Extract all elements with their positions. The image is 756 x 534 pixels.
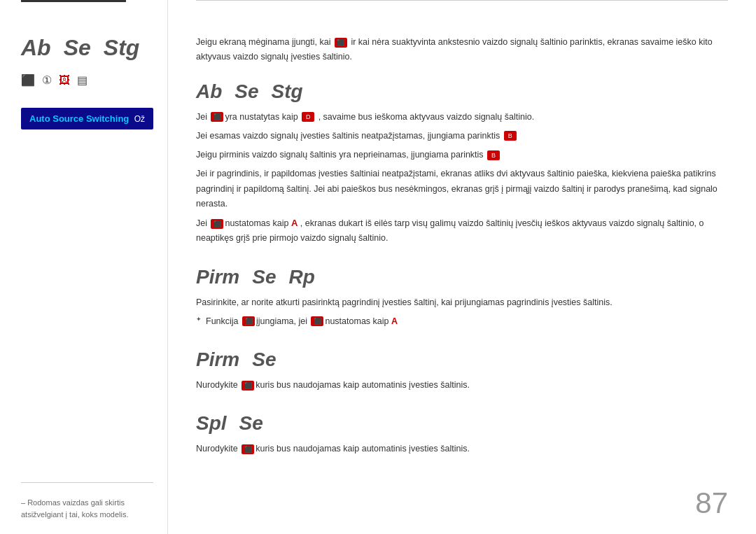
section-3-text: Nurodykite ⬛kuris bus naudojamas kaip au… xyxy=(196,378,728,393)
content-top-line xyxy=(196,0,728,1)
section-1-letter-1: Ab xyxy=(196,80,222,103)
sidebar-icon-4: ▤ xyxy=(77,73,88,87)
page-container: Ab Se Stg ⬛ ① 🖼 ▤ Auto Source Switching … xyxy=(0,0,756,534)
section-1-letter-3: Stg xyxy=(272,80,303,103)
section-1-line-2: Jei esamas vaizdo signalų įvesties šalti… xyxy=(196,129,728,143)
sidebar-note-text: – Rodomas vaizdas gali skirtis atsižvelg… xyxy=(21,497,153,520)
section-1-line-1: Jei ⬛yra nustatytas kaip D , savaime bus… xyxy=(196,110,728,125)
section-block-3: Pirm Se Nurodykite ⬛kuris bus naudojamas… xyxy=(196,349,728,393)
section-1-line-3: Jeigu pirminis vaizdo signalų šaltinis y… xyxy=(196,148,728,162)
sidebar-menu-item-value: Ož xyxy=(134,114,145,124)
intro-text-part1: Jeigu ekraną mėginama įjungti, kai xyxy=(196,37,333,47)
intro-paragraph: Jeigu ekraną mėginama įjungti, kai ⬛ ir … xyxy=(196,35,728,65)
sidebar-menu-item-auto-source[interactable]: Auto Source Switching Ož xyxy=(21,108,153,129)
section-2-text: Pasirinkite, ar norite atkurti pasirinkt… xyxy=(196,295,728,310)
section-1-line-5: Jei ⬛nustatomas kaip A , ekranas dukart … xyxy=(196,216,728,246)
section-3-heading: Pirm Se xyxy=(196,349,728,371)
inline-icon-3: D xyxy=(302,112,314,122)
inline-icon-6: ⬛ xyxy=(211,219,223,229)
inline-icon-7: ⬛ xyxy=(242,316,255,326)
section-4-letter-1: Spl xyxy=(196,412,227,435)
sidebar-menu: Auto Source Switching Ož xyxy=(21,108,153,129)
section-4-letter-2: Se xyxy=(239,412,263,435)
sidebar-menu-item-label: Auto Source Switching xyxy=(29,113,129,124)
sidebar-letter-1: Ab xyxy=(21,35,51,61)
section-2-bullet: Funkcija ⬛įjungiama, jei ⬛nustatomas kai… xyxy=(196,314,728,329)
sidebar-letter-3: Stg xyxy=(104,35,140,61)
section-block-4: Spl Se Nurodykite ⬛kuris bus naudojamas … xyxy=(196,412,728,456)
section-2-letter-1: Pirm xyxy=(196,266,239,288)
inline-icon-2: ⬛ xyxy=(211,112,223,122)
inline-icon-4: B xyxy=(504,131,517,141)
section-1-letter-2: Se xyxy=(234,80,258,103)
sidebar-heading-group: Ab Se Stg xyxy=(21,35,153,61)
section-3-letter-1: Pirm xyxy=(196,349,239,371)
sidebar-top-line xyxy=(21,0,126,2)
section-2-letter-3: Rp xyxy=(289,266,315,288)
inline-icon-1: ⬛ xyxy=(335,38,347,48)
section-2-heading: Pirm Se Rp xyxy=(196,266,728,288)
inline-icon-10: ⬛ xyxy=(241,444,254,454)
sidebar-bottom-note: – Rodomas vaizdas gali skirtis atsižvelg… xyxy=(21,482,153,520)
page-number: 87 xyxy=(695,486,728,520)
section-3-letter-2: Se xyxy=(252,349,276,371)
section-block-1: Ab Se Stg Jei ⬛yra nustatytas kaip D , s… xyxy=(196,80,728,246)
content-area: Jeigu ekraną mėginama įjungti, kai ⬛ ir … xyxy=(168,0,756,534)
sidebar-icons-row: ⬛ ① 🖼 ▤ xyxy=(21,73,153,87)
sidebar-icon-2: ① xyxy=(42,73,52,87)
sidebar-icon-3: 🖼 xyxy=(59,74,70,87)
section-2-letter-2: Se xyxy=(252,266,276,288)
section-4-heading: Spl Se xyxy=(196,412,728,435)
inline-icon-8: ⬛ xyxy=(311,316,323,326)
sidebar-letter-2: Se xyxy=(64,35,91,61)
sidebar-icon-1: ⬛ xyxy=(21,73,35,87)
section-1-line-4: Jei ir pagrindinis, ir papildomas įvesti… xyxy=(196,167,728,211)
section-1-heading: Ab Se Stg xyxy=(196,80,728,103)
inline-icon-5: B xyxy=(487,150,500,160)
inline-icon-9: ⬛ xyxy=(241,381,254,391)
sidebar: Ab Se Stg ⬛ ① 🖼 ▤ Auto Source Switching … xyxy=(0,0,168,534)
section-block-2: Pirm Se Rp Pasirinkite, ar norite atkurt… xyxy=(196,266,728,330)
section-4-text: Nurodykite ⬛kuris bus naudojamas kaip au… xyxy=(196,442,728,456)
content-body: Jeigu ekraną mėginama įjungti, kai ⬛ ir … xyxy=(196,35,728,457)
